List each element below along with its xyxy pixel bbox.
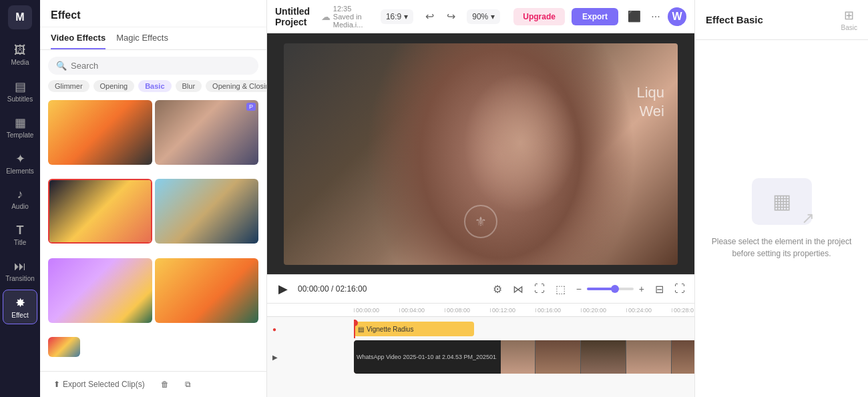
template-icon: ▦ bbox=[15, 115, 26, 130]
timeline-content: ● ▤ Vignette Radius ▶ bbox=[267, 317, 694, 397]
effect-thumb-6[interactable] bbox=[155, 258, 259, 323]
ruler-mark-2: 00:08:00 bbox=[445, 307, 490, 314]
zoom-slider-wrap: − + bbox=[574, 281, 647, 297]
basic-panel-icon[interactable]: ⊞ Basic bbox=[841, 8, 857, 31]
search-bar: 🔍 bbox=[48, 57, 258, 75]
sidebar-item-label: Media bbox=[11, 59, 29, 66]
effect-thumb-3[interactable] bbox=[48, 179, 152, 244]
crop-icon[interactable]: ⛶ bbox=[531, 280, 548, 298]
text-overlay-icon[interactable]: ⬚ bbox=[553, 280, 568, 298]
split-icon[interactable]: ⋈ bbox=[510, 280, 526, 298]
tab-video-effects[interactable]: Video Effects bbox=[51, 33, 105, 49]
export-button[interactable]: Export bbox=[572, 8, 618, 25]
right-panel-header: Effect Basic ⊞ Basic bbox=[695, 0, 868, 40]
right-panel-title: Effect Basic bbox=[706, 14, 763, 25]
effect-thumb-7[interactable] bbox=[48, 337, 80, 357]
upgrade-button[interactable]: Upgrade bbox=[513, 8, 565, 25]
sidebar-item-media[interactable]: 🖼 Media bbox=[3, 37, 37, 72]
sidebar-item-title[interactable]: T Title bbox=[3, 218, 37, 252]
magic-switch-icon[interactable]: ⚙ bbox=[490, 280, 505, 298]
ruler-mark-1: 00:04:00 bbox=[399, 307, 445, 314]
timeline-area: 00:00:00 00:04:00 00:08:00 00:12:00 00:1… bbox=[267, 304, 694, 397]
filter-chip-glimmer[interactable]: Glimmer bbox=[48, 80, 89, 92]
upload-icon: ⬆ bbox=[53, 380, 60, 389]
watermark: ⚜ bbox=[464, 205, 497, 238]
chevron-down-icon: ▾ bbox=[491, 12, 495, 21]
copy-clip-button[interactable]: ⧉ bbox=[180, 377, 196, 392]
sidebar-item-label: Effect bbox=[11, 312, 28, 319]
video-thumb-6 bbox=[581, 340, 626, 374]
transition-icon: ⏭ bbox=[14, 260, 26, 274]
user-avatar[interactable]: W bbox=[668, 7, 686, 26]
sidebar-item-effect[interactable]: ✸ Effect bbox=[3, 290, 37, 324]
playhead bbox=[354, 320, 355, 338]
effect-thumb-4[interactable] bbox=[155, 179, 259, 244]
video-clip-strip: WhatsApp Video 2025-01-10 at 2.04.53 PM_… bbox=[354, 340, 694, 374]
zoom-slider[interactable] bbox=[587, 288, 634, 290]
undo-button[interactable]: ↩ bbox=[420, 7, 439, 26]
vignette-clip[interactable]: ▤ Vignette Radius bbox=[354, 322, 474, 336]
aspect-ratio-selector[interactable]: 16:9 ▾ bbox=[381, 9, 413, 24]
sidebar: M 🖼 Media ▤ Subtitles ▦ Template ✦ Eleme… bbox=[0, 0, 40, 397]
sidebar-item-transition[interactable]: ⏭ Transition bbox=[3, 254, 37, 288]
cloud-icon: ☁ bbox=[321, 11, 331, 22]
zoom-out-icon[interactable]: − bbox=[574, 281, 584, 297]
right-panel: Effect Basic ⊞ Basic ▦ ↗ Please select t… bbox=[694, 0, 868, 397]
audio-icon: ♪ bbox=[17, 187, 23, 202]
element-icon: ▦ bbox=[773, 189, 791, 213]
effects-grid: P bbox=[40, 97, 266, 371]
effects-panel: Effect Video Effects Magic Effects 🔍 Gli… bbox=[40, 0, 267, 397]
video-text-overlay: Liqu Wei bbox=[636, 83, 664, 121]
sidebar-item-subtitles[interactable]: ▤ Subtitles bbox=[3, 73, 37, 108]
ruler-mark-7: 00:28:0 bbox=[672, 307, 694, 314]
effect-track-area[interactable]: ▤ Vignette Radius bbox=[354, 320, 694, 338]
pro-badge: P bbox=[246, 103, 256, 111]
filter-chip-opening-closing[interactable]: Opening & Closing bbox=[206, 80, 266, 92]
title-icon: T bbox=[17, 224, 24, 238]
cursor-arrow-icon: ↗ bbox=[801, 209, 815, 228]
main-content: Untitled Project ☁ 12:35 Saved in Media.… bbox=[267, 0, 694, 397]
zoom-control[interactable]: 90% ▾ bbox=[467, 9, 500, 24]
video-track-area[interactable]: WhatsApp Video 2025-01-10 at 2.04.53 PM_… bbox=[354, 338, 694, 376]
filter-chip-basic[interactable]: Basic bbox=[138, 80, 171, 92]
effect-track-label: ● bbox=[267, 326, 354, 333]
sidebar-item-label: Transition bbox=[5, 275, 35, 282]
ruler-mark-4: 00:16:00 bbox=[535, 307, 581, 314]
sidebar-item-elements[interactable]: ✦ Elements bbox=[3, 145, 37, 180]
sidebar-item-audio[interactable]: ♪ Audio bbox=[3, 181, 37, 216]
zoom-in-icon[interactable]: + bbox=[636, 281, 647, 297]
panel-icon: ⊞ bbox=[844, 8, 854, 23]
filter-chips: Glimmer Opening Basic Blur Opening & Clo… bbox=[40, 80, 266, 97]
effect-thumb-5[interactable] bbox=[48, 258, 152, 323]
effects-title: Effect bbox=[51, 9, 80, 21]
search-input[interactable] bbox=[71, 61, 250, 71]
zoom-slider-thumb bbox=[611, 285, 619, 293]
effects-tabs: Video Effects Magic Effects bbox=[40, 27, 266, 50]
ruler-marks: 00:00:00 00:04:00 00:08:00 00:12:00 00:1… bbox=[354, 307, 694, 314]
filter-chip-opening[interactable]: Opening bbox=[93, 80, 135, 92]
export-selected-button[interactable]: ⬆ Export Selected Clip(s) bbox=[48, 377, 150, 392]
caption-icon[interactable]: ⬛ bbox=[625, 7, 644, 26]
more-options-icon[interactable]: ··· bbox=[646, 7, 665, 26]
effect-thumb-2[interactable]: P bbox=[155, 100, 259, 165]
fit-view-icon[interactable]: ⊟ bbox=[652, 280, 666, 298]
delete-clip-button[interactable]: 🗑 bbox=[156, 377, 174, 392]
ruler-mark-0: 00:00:00 bbox=[354, 307, 399, 314]
media-icon: 🖼 bbox=[14, 43, 26, 57]
effect-thumb-1[interactable] bbox=[48, 100, 152, 165]
cursor-placeholder: ▦ ↗ bbox=[752, 178, 812, 225]
tab-magic-effects[interactable]: Magic Effects bbox=[116, 33, 168, 49]
fullscreen-icon[interactable]: ⛶ bbox=[672, 280, 688, 298]
effects-panel-header: Effect bbox=[40, 0, 266, 27]
video-thumb-8 bbox=[672, 340, 694, 374]
subtitles-icon: ▤ bbox=[15, 79, 26, 94]
copy-icon: ⧉ bbox=[185, 380, 191, 389]
vignette-label: Vignette Radius bbox=[367, 326, 413, 333]
redo-button[interactable]: ↪ bbox=[441, 7, 460, 26]
project-name: Untitled Project bbox=[275, 6, 314, 27]
video-frame: Liqu Wei ⚜ bbox=[284, 43, 678, 265]
play-button[interactable]: ▶ bbox=[274, 280, 292, 298]
sidebar-item-template[interactable]: ▦ Template bbox=[3, 109, 37, 144]
filter-chip-blur[interactable]: Blur bbox=[176, 80, 202, 92]
save-info: ☁ 12:35 Saved in Media.i... bbox=[321, 5, 374, 29]
